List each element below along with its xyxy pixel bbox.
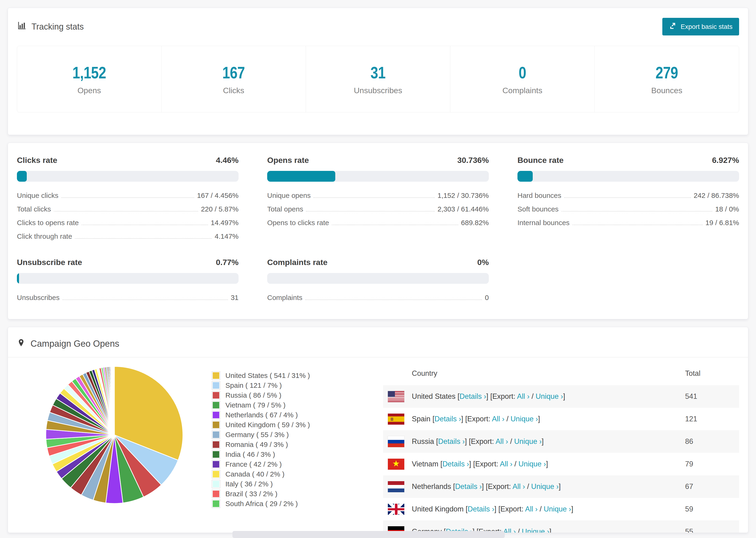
tracking-stats-card: Tracking stats Export basic stats 1,152 … xyxy=(8,8,748,135)
country-name: Netherlands xyxy=(412,482,451,491)
table-row: Spain [Details ›] [Export: All › / Uniqu… xyxy=(383,408,739,430)
rate-detail-label: Opens to clicks rate xyxy=(267,219,329,227)
rate-detail-row: Opens to clicks rate 689.82% xyxy=(267,216,489,230)
rate-detail-row: Soft bounces 18 / 0% xyxy=(517,202,739,216)
rate-detail-value: 1,152 / 30.736% xyxy=(437,191,489,199)
export-all-link[interactable]: All › xyxy=(503,527,515,533)
rate-detail-label: Total clicks xyxy=(17,205,51,213)
progress-bar-track xyxy=(17,273,239,284)
rate-detail-row: Unsubscribes 31 xyxy=(17,291,239,304)
stat-label: Complaints xyxy=(503,86,542,95)
table-row: Vietnam [Details ›] [Export: All › / Uni… xyxy=(383,453,739,475)
details-link[interactable]: Details › xyxy=(455,482,482,491)
geo-pie-wrap xyxy=(17,362,212,506)
export-unique-link[interactable]: Unique › xyxy=(518,460,546,468)
rate-detail-label: Total opens xyxy=(267,205,303,213)
rate-detail-row: Unique clicks 167 / 4.456% xyxy=(17,189,239,202)
export-unique-link[interactable]: Unique › xyxy=(514,437,542,446)
legend-item: Vietnam ( 79 / 5% ) xyxy=(212,400,350,410)
legend-swatch xyxy=(212,460,220,468)
export-all-link[interactable]: All › xyxy=(500,460,512,468)
export-all-link[interactable]: All › xyxy=(525,505,537,513)
column-header-total: Total xyxy=(685,369,739,378)
legend-label: Russia ( 86 / 5% ) xyxy=(225,391,281,399)
rate-detail-value: 0 xyxy=(485,294,489,301)
rate-detail-value: 2,303 / 61.446% xyxy=(437,205,489,213)
stat-box: 31 Unsubscribes xyxy=(306,46,450,112)
export-unique-link[interactable]: Unique › xyxy=(536,392,563,401)
export-unique-link[interactable]: Unique › xyxy=(522,527,549,533)
rates-grid: Clicks rate 4.46% Unique clicks 167 / 4.… xyxy=(17,156,739,304)
legend-swatch xyxy=(212,440,220,449)
progress-bar-fill xyxy=(517,171,533,182)
export-basic-stats-button[interactable]: Export basic stats xyxy=(662,18,739,35)
rate-detail-value: 689.82% xyxy=(461,219,489,227)
dotted-leader xyxy=(306,211,435,211)
rate-detail-label: Click through rate xyxy=(17,232,72,241)
details-link[interactable]: Details › xyxy=(459,392,486,401)
legend-label: India ( 46 / 3% ) xyxy=(225,451,275,458)
export-unique-link[interactable]: Unique › xyxy=(544,505,571,513)
legend-label: South Africa ( 29 / 2% ) xyxy=(225,500,298,508)
campaign-geo-opens-card: Campaign Geo Opens United States ( 541 /… xyxy=(8,327,748,533)
rate-section-value: 0.77% xyxy=(216,258,239,267)
export-all-link[interactable]: All › xyxy=(492,415,504,423)
details-link[interactable]: Details › xyxy=(468,505,495,513)
rate-detail-label: Hard bounces xyxy=(517,191,561,199)
progress-bar-track xyxy=(267,273,489,284)
details-link[interactable]: Details › xyxy=(438,437,465,446)
tracking-stats-header: Tracking stats Export basic stats xyxy=(17,18,739,35)
total-cell: 67 xyxy=(685,482,739,491)
export-button-label: Export basic stats xyxy=(681,23,732,30)
stat-box: 1,152 Opens xyxy=(17,46,162,112)
rate-section-title: Unsubscribe rate xyxy=(17,258,82,267)
stat-label: Opens xyxy=(78,86,101,95)
country-name: United Kingdom xyxy=(412,505,464,513)
rate-section: Bounce rate 6.927% Hard bounces 242 / 86… xyxy=(517,156,739,243)
legend-label: Italy ( 36 / 2% ) xyxy=(225,480,273,488)
flag-nl-icon xyxy=(388,481,404,492)
country-name: Spain xyxy=(412,415,430,423)
pie-slice[interactable] xyxy=(114,366,114,435)
legend-item: Canada ( 40 / 2% ) xyxy=(212,469,350,479)
rate-detail-value: 4.147% xyxy=(215,232,239,241)
details-link[interactable]: Details › xyxy=(435,415,461,423)
legend-swatch xyxy=(212,480,220,488)
total-cell: 86 xyxy=(685,437,739,446)
legend-item: Brazil ( 33 / 2% ) xyxy=(212,489,350,499)
export-icon xyxy=(669,22,677,31)
export-unique-link[interactable]: Unique › xyxy=(511,415,538,423)
horizontal-scrollbar-thumb[interactable] xyxy=(233,531,505,538)
legend-swatch xyxy=(212,421,220,429)
legend-label: Brazil ( 33 / 2% ) xyxy=(225,490,278,498)
legend-label: United States ( 541 / 31% ) xyxy=(225,372,310,380)
stat-value: 167 xyxy=(222,63,245,82)
legend-swatch xyxy=(212,450,220,459)
legend-item: United States ( 541 / 31% ) xyxy=(212,371,350,381)
geo-content: United States ( 541 / 31% ) Spain ( 121 … xyxy=(8,357,748,533)
stat-label: Unsubscribes xyxy=(354,86,402,95)
export-all-link[interactable]: All › xyxy=(496,437,508,446)
dotted-leader xyxy=(81,225,208,225)
country-cell: Netherlands [Details ›] [Export: All › /… xyxy=(412,482,685,491)
rate-section-title: Clicks rate xyxy=(17,156,57,165)
export-all-link[interactable]: All › xyxy=(517,392,529,401)
legend-swatch xyxy=(212,470,220,478)
rate-detail-label: Clicks to opens rate xyxy=(17,219,79,227)
details-link[interactable]: Details › xyxy=(442,460,469,468)
geo-table: Country Total United States [Details ›] … xyxy=(383,362,739,533)
stat-value: 279 xyxy=(656,63,678,82)
country-cell: Russia [Details ›] [Export: All › / Uniq… xyxy=(412,437,685,446)
rate-detail-label: Unique opens xyxy=(267,191,311,199)
country-cell: Vietnam [Details ›] [Export: All › / Uni… xyxy=(412,460,685,468)
flag-gb-icon xyxy=(388,504,404,515)
export-all-link[interactable]: All › xyxy=(513,482,525,491)
rate-section: Clicks rate 4.46% Unique clicks 167 / 4.… xyxy=(17,156,239,243)
rate-section-title: Complaints rate xyxy=(267,258,328,267)
total-cell: 121 xyxy=(685,415,739,423)
legend-label: Germany ( 55 / 3% ) xyxy=(225,431,289,439)
rate-detail-label: Complaints xyxy=(267,294,302,301)
rate-section-title: Bounce rate xyxy=(517,156,564,165)
export-unique-link[interactable]: Unique › xyxy=(531,482,559,491)
stat-value: 0 xyxy=(519,63,526,82)
